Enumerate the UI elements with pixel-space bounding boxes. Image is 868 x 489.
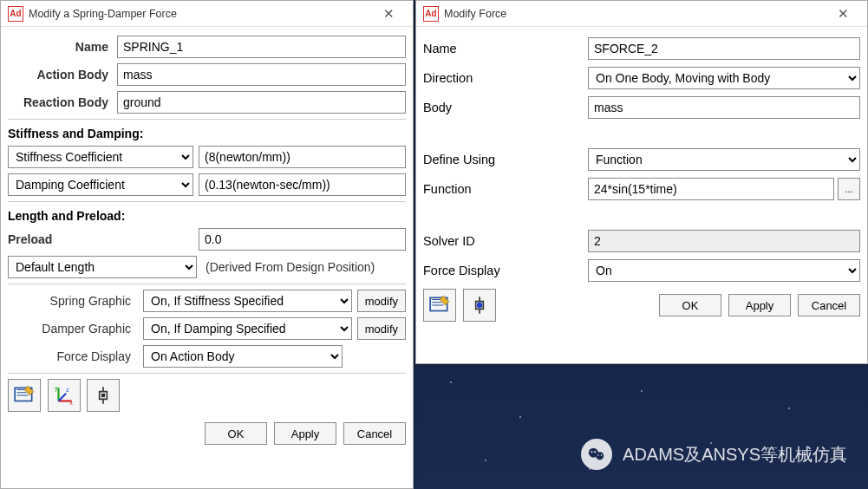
dialog-footer: OK Apply Cancel: [1, 417, 413, 450]
define-using-select[interactable]: Function: [588, 148, 860, 171]
length-preload-section: Length and Preload:: [8, 209, 406, 223]
force-display-label: Force Display: [8, 349, 138, 363]
ok-button[interactable]: OK: [205, 422, 267, 445]
stiffness-coefficient-select[interactable]: Stiffness Coefficient: [8, 146, 193, 168]
damper-icon[interactable]: [463, 289, 496, 322]
ok-button[interactable]: OK: [659, 294, 721, 316]
function-input[interactable]: [588, 178, 834, 200]
app-logo-icon: Ad: [423, 6, 439, 22]
function-browse-button[interactable]: ...: [838, 178, 860, 200]
dialog-title: Modify Force: [444, 8, 824, 20]
direction-label: Direction: [423, 71, 588, 85]
action-body-input[interactable]: [117, 63, 406, 86]
dialog-body: Name Direction On One Body, Moving with …: [416, 27, 867, 327]
body-label: Body: [423, 101, 588, 114]
direction-select[interactable]: On One Body, Moving with Body: [588, 67, 860, 89]
name-input[interactable]: [117, 36, 406, 58]
force-display-label: Force Display: [423, 264, 588, 277]
apply-button[interactable]: Apply: [728, 294, 791, 316]
dialog-body: Name Action Body Reaction Body Stiffness…: [1, 27, 413, 417]
svg-point-8: [596, 452, 604, 460]
app-logo-icon: Ad: [8, 6, 23, 22]
body-input[interactable]: [588, 96, 860, 119]
damper-graphic-label: Damper Graphic: [8, 322, 138, 336]
damping-coefficient-select[interactable]: Damping Coefficient: [8, 173, 193, 196]
titlebar: Ad Modify Force ✕: [416, 1, 867, 27]
reaction-body-label: Reaction Body: [8, 95, 112, 109]
damper-icon[interactable]: [87, 379, 120, 412]
name-label: Name: [8, 40, 112, 54]
spring-damper-dialog: Ad Modify a Spring-Damper Force ✕ Name A…: [0, 0, 414, 489]
reaction-body-input[interactable]: [117, 91, 406, 114]
cancel-button[interactable]: Cancel: [798, 294, 860, 316]
svg-text:x: x: [69, 400, 73, 406]
titlebar: Ad Modify a Spring-Damper Force ✕: [1, 1, 413, 27]
background-stars: [415, 364, 868, 489]
damper-graphic-select[interactable]: On, If Damping Specified: [143, 317, 352, 340]
spring-graphic-select[interactable]: On, If Stiffness Specified: [143, 290, 352, 312]
damper-graphic-modify-button[interactable]: modify: [357, 317, 406, 340]
name-input[interactable]: [588, 37, 860, 60]
stiffness-coefficient-input[interactable]: [199, 146, 406, 168]
spring-graphic-modify-button[interactable]: modify: [357, 290, 406, 312]
solver-id-label: Solver ID: [423, 234, 588, 248]
force-display-select[interactable]: On: [588, 259, 860, 282]
preload-input[interactable]: [199, 228, 406, 251]
svg-point-12: [601, 454, 602, 455]
close-button[interactable]: ✕: [369, 2, 408, 26]
modify-force-dialog: Ad Modify Force ✕ Name Direction On One …: [415, 0, 868, 364]
force-display-select[interactable]: On Action Body: [143, 345, 343, 368]
svg-point-7: [589, 448, 598, 458]
svg-point-9: [591, 451, 593, 453]
preload-label: Preload: [8, 232, 193, 246]
dialog-title: Modify a Spring-Damper Force: [29, 8, 369, 20]
edit-icon[interactable]: [423, 289, 456, 322]
svg-rect-4: [101, 394, 105, 397]
close-button[interactable]: ✕: [824, 2, 862, 26]
apply-button[interactable]: Apply: [274, 422, 336, 445]
define-using-label: Define Using: [423, 153, 588, 166]
watermark-text: ADAMS及ANSYS等机械仿真: [623, 443, 847, 466]
derived-note: (Derived From Design Position): [202, 260, 375, 274]
svg-point-6: [476, 303, 482, 309]
svg-point-11: [597, 454, 598, 455]
default-length-select[interactable]: Default Length: [8, 256, 197, 278]
edit-icon[interactable]: [8, 379, 41, 412]
spring-graphic-label: Spring Graphic: [8, 294, 138, 308]
svg-point-10: [594, 451, 596, 453]
wechat-icon: [581, 439, 612, 470]
axes-icon[interactable]: yxz: [48, 379, 81, 412]
watermark: ADAMS及ANSYS等机械仿真: [581, 439, 847, 470]
name-label: Name: [423, 42, 588, 55]
stiffness-damping-section: Stiffness and Damping:: [8, 127, 406, 140]
svg-text:z: z: [66, 387, 69, 393]
solver-id-input: [588, 230, 860, 252]
cancel-button[interactable]: Cancel: [343, 422, 406, 445]
damping-coefficient-input[interactable]: [199, 173, 406, 196]
function-label: Function: [423, 182, 588, 196]
action-body-label: Action Body: [8, 68, 112, 82]
